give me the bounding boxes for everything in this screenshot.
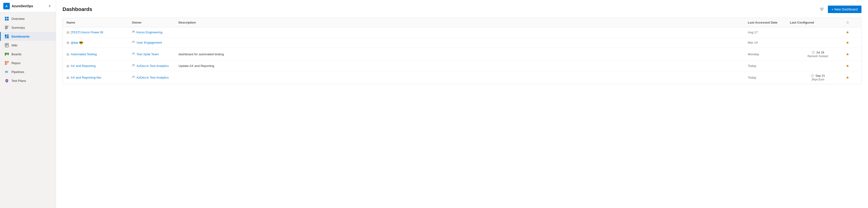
row-last-accessed-cell: Today [748, 64, 790, 68]
last-accessed-text: Today [748, 76, 756, 79]
org-name: AzureDevOps [12, 4, 33, 8]
sidebar-item-wiki[interactable]: Wiki [0, 41, 56, 50]
last-configured-date: Sep 21 [815, 74, 825, 77]
col-name: Name [66, 20, 132, 25]
svg-rect-2 [5, 19, 6, 21]
svg-rect-16 [5, 53, 6, 56]
last-accessed-text: Today [748, 64, 756, 68]
sidebar-item-summary[interactable]: Summary [0, 23, 56, 32]
table-row: ⊞ Automated Testing Test Xplat Team dash… [63, 48, 861, 61]
star-header-icon: ☆ [846, 20, 849, 25]
star-toggle[interactable]: ★ [846, 75, 849, 80]
team-icon [132, 30, 135, 34]
row-owner-cell: AzDev.in Test Analytics [132, 64, 179, 68]
description-text: dashboard for automated testing [179, 53, 224, 56]
dashboards-table: Name Owner Description Last Accessed Dat… [63, 18, 862, 84]
svg-rect-14 [6, 45, 8, 45]
col-owner: Owner [132, 20, 179, 25]
dashboard-name-link[interactable]: AX and Reporting-Nw [71, 76, 101, 79]
sidebar-item-overview[interactable]: Overview [0, 14, 56, 23]
owner-link[interactable]: User Engagement [136, 41, 162, 44]
row-owner-cell: User Engagement [132, 41, 179, 44]
repos-icon [4, 61, 9, 65]
owner-link[interactable]: AzDev.in Test Analytics [136, 76, 169, 79]
team-icon [132, 52, 135, 56]
dashboards-icon [4, 34, 9, 39]
svg-rect-10 [7, 36, 9, 38]
add-project-button[interactable]: + [47, 3, 53, 9]
row-name-cell: ⊞ @Me 😎 [66, 41, 132, 44]
last-configured-user: Ramesh Sunkari [808, 55, 828, 58]
owner-link[interactable]: AzDev.in Test Analytics [136, 64, 169, 68]
svg-rect-5 [5, 27, 8, 27]
svg-rect-8 [5, 35, 6, 37]
header-actions: + New Dashboard [818, 6, 862, 13]
svg-point-35 [133, 76, 134, 77]
row-owner-cell: Keros Engineering [132, 30, 179, 34]
sidebar-item-repos[interactable]: Repos [0, 59, 56, 67]
sidebar-header: A AzureDevOps + [0, 0, 56, 12]
sidebar-item-dashboards[interactable]: Dashboards [0, 32, 56, 41]
filter-button[interactable] [818, 6, 825, 12]
filter-icon [819, 7, 824, 12]
col-description: Description [179, 20, 748, 25]
clock-icon: 🕐 [811, 51, 815, 54]
star-toggle[interactable]: ★ [846, 64, 849, 68]
sidebar-item-label: Summary [11, 26, 25, 29]
sidebar-navigation: Overview Summary [0, 12, 56, 87]
row-owner-cell: Test Xplat Team [132, 52, 179, 56]
dashboard-name-link[interactable]: AX and Reporting [71, 64, 96, 68]
description-text: Update AX and Reporting [179, 64, 214, 68]
sidebar-item-test-plans[interactable]: Test Plans [0, 76, 56, 85]
svg-rect-18 [8, 53, 9, 55]
table-header: Name Owner Description Last Accessed Dat… [63, 18, 861, 27]
sidebar-item-pipelines[interactable]: Pipelines [0, 67, 56, 76]
sidebar-item-label: Boards [11, 53, 22, 56]
svg-rect-17 [6, 53, 7, 55]
last-accessed-text: Aug 17 [748, 31, 758, 34]
owner-link[interactable]: Test Xplat Team [136, 53, 159, 56]
row-star-cell: ★ [846, 40, 858, 45]
main-content: Dashboards + New Dashboard Name Owner De… [56, 0, 868, 208]
col-last-accessed: Last Accessed Date [748, 20, 790, 25]
sidebar-item-label: Repos [11, 61, 21, 65]
sidebar-item-boards[interactable]: Boards [0, 50, 56, 59]
dashboard-row-icon: ⊞ [66, 31, 69, 34]
test-plans-icon [4, 78, 9, 83]
sidebar-item-label: Overview [11, 17, 25, 21]
overview-icon [4, 16, 9, 21]
row-description-cell: Update AX and Reporting [179, 64, 748, 68]
svg-point-20 [7, 61, 9, 63]
svg-point-33 [133, 64, 134, 65]
svg-rect-7 [5, 29, 7, 29]
svg-point-31 [133, 53, 134, 54]
dashboard-row-icon: ⊞ [66, 53, 69, 56]
dashboard-name-link[interactable]: Automated Testing [71, 53, 97, 56]
table-row: ⊞ [TEST] Keros Power BI Keros Engineerin… [63, 27, 861, 38]
table-row: ⊞ @Me 😎 User Engagement Mar 14 ★ [63, 38, 861, 48]
last-accessed-text: Monday [748, 53, 759, 56]
star-toggle[interactable]: ★ [846, 30, 849, 35]
table-row: ⊞ AX and Reporting-Nw AzDev.in Test Anal… [63, 71, 861, 84]
new-dashboard-button[interactable]: + New Dashboard [828, 6, 862, 13]
svg-rect-0 [5, 17, 6, 19]
table-row: ⊞ AX and Reporting AzDev.in Test Analyti… [63, 61, 861, 71]
star-toggle[interactable]: ★ [846, 40, 849, 45]
clock-icon: 🕐 [811, 74, 814, 77]
owner-link[interactable]: Keros Engineering [136, 31, 162, 34]
row-name-cell: ⊞ AX and Reporting [66, 64, 132, 68]
svg-point-27 [133, 31, 134, 32]
dashboard-name-link[interactable]: @Me 😎 [71, 41, 83, 44]
dashboard-row-icon: ⊞ [66, 41, 69, 44]
star-toggle[interactable]: ★ [846, 52, 849, 57]
row-star-cell: ★ [846, 52, 858, 57]
row-last-configured-cell: 🕐 Jul 18 Ramesh Sunkari [790, 50, 846, 58]
team-icon [132, 64, 135, 68]
dashboard-name-link[interactable]: [TEST] Keros Power BI [71, 31, 103, 34]
sidebar-item-label: Dashboards [11, 35, 30, 38]
svg-rect-13 [6, 44, 8, 44]
summary-icon [4, 25, 9, 30]
sidebar-item-label: Pipelines [11, 70, 24, 74]
pipelines-icon [4, 69, 9, 74]
svg-rect-9 [7, 35, 9, 36]
